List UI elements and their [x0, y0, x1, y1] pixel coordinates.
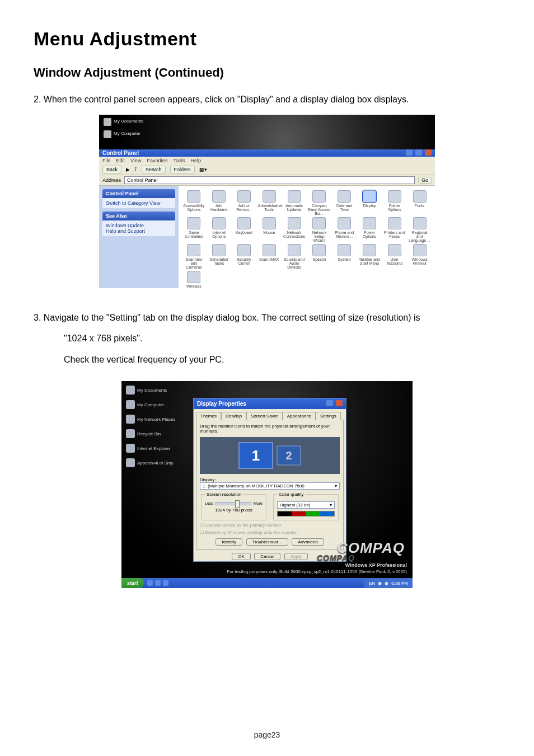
cpl-item[interactable]: Game Controllers	[182, 217, 205, 243]
monitor-2[interactable]: 2	[277, 445, 301, 466]
cpl-item[interactable]: Fonts	[409, 190, 431, 216]
menu-tools[interactable]: Tools	[173, 158, 185, 163]
cancel-button[interactable]: Cancel	[254, 553, 280, 560]
tab-themes[interactable]: Themes	[196, 412, 221, 420]
cpl-item[interactable]: Wireless Link	[182, 271, 205, 288]
up-button[interactable]: ⤴	[134, 167, 137, 172]
cpl-item[interactable]: Windows Firewall	[409, 244, 431, 270]
cpl-item[interactable]: Compaq Easy Access But...	[308, 190, 330, 216]
ok-button[interactable]: OK	[232, 553, 251, 560]
menu-help[interactable]: Help	[190, 158, 201, 163]
cpl-item[interactable]: Internet Options	[208, 217, 230, 243]
forward-button[interactable]: ▶	[126, 167, 130, 172]
cpl-item-icon	[338, 244, 351, 256]
troubleshoot-button[interactable]: Troubleshoot...	[246, 538, 288, 546]
desktop-icon-my-computer[interactable]: My Computer	[104, 130, 143, 138]
start-button[interactable]: start	[121, 578, 144, 588]
cpl-item[interactable]: Display	[358, 190, 381, 216]
cpl-item[interactable]: Administrative Tools	[258, 190, 280, 216]
quicklaunch-icon[interactable]	[147, 580, 153, 586]
cpl-item[interactable]: Printers and Faxes	[383, 217, 406, 243]
menu-file[interactable]: File	[102, 158, 111, 163]
monitor-1[interactable]: 1	[238, 442, 273, 469]
tray-icon[interactable]: ◉	[385, 581, 388, 586]
display-dropdown[interactable]: 1. (Multiple Monitors) on MOBILITY RADEO…	[200, 482, 340, 490]
cpl-item-icon	[263, 244, 276, 256]
cpl-item[interactable]: Add or Remov...	[233, 190, 255, 216]
cpl-item[interactable]: Scheduled Tasks	[208, 244, 230, 270]
go-button[interactable]: Go	[418, 177, 432, 184]
search-button[interactable]: Search	[142, 166, 166, 173]
tray-lang[interactable]: EN	[369, 581, 375, 586]
desktop-icon[interactable]: Recycle Bin	[126, 429, 175, 438]
sidebar-switch-view[interactable]: Switch to Category View	[102, 198, 175, 208]
cpl-item[interactable]: SoundMAX	[258, 244, 280, 270]
cpl-item[interactable]: Add Hardware	[208, 190, 230, 216]
advanced-button[interactable]: Advanced	[292, 538, 324, 546]
cpl-item-label: Printers and Faxes	[383, 231, 406, 239]
cpl-item-label: Add or Remov...	[233, 204, 255, 212]
desktop-icon-my-documents[interactable]: My Documents	[104, 118, 143, 126]
cpl-item[interactable]: System	[333, 244, 355, 270]
tab-appearance[interactable]: Appearance	[283, 412, 316, 420]
desktop-icon[interactable]: Appcrow4i of Ship	[126, 458, 175, 467]
quicklaunch-icon[interactable]	[163, 580, 168, 586]
color-quality-value: Highest (32 bit)	[280, 503, 310, 508]
cpl-item[interactable]: Power Options	[358, 217, 381, 243]
cpl-item[interactable]: Keyboard	[233, 217, 255, 243]
cpl-item[interactable]: Sounds and Audio Devices	[283, 244, 306, 270]
close-button[interactable]	[336, 400, 343, 406]
page-title: Menu Adjustment	[34, 28, 500, 50]
close-button[interactable]	[425, 149, 432, 156]
desktop-icon[interactable]: Internet Explorer	[126, 444, 175, 453]
cpl-item[interactable]: Speech	[308, 244, 330, 270]
menu-favorites[interactable]: Favorites	[147, 158, 167, 163]
color-quality-dropdown[interactable]: Highest (32 bit) ▾	[277, 501, 335, 509]
cpl-item-icon	[212, 217, 226, 229]
apply-button[interactable]: Apply	[284, 553, 308, 560]
desktop-item-icon	[126, 386, 135, 395]
address-field[interactable]: Control Panel	[124, 176, 415, 184]
cpl-item[interactable]: Accessibility Options	[182, 190, 205, 216]
cpl-item[interactable]: Mouse	[258, 217, 280, 243]
cpl-item[interactable]: Scanners and Cameras	[182, 244, 205, 270]
cpl-item[interactable]: Regional and Language ...	[409, 217, 431, 243]
identify-button[interactable]: Identify	[216, 538, 242, 546]
folders-button[interactable]: Folders	[170, 166, 195, 173]
resolution-slider[interactable]	[216, 502, 251, 505]
sidebar-link-windows-update[interactable]: Windows Update	[106, 223, 172, 228]
back-button[interactable]: Back	[102, 166, 121, 173]
desktop-icon[interactable]: My Documents	[126, 386, 175, 395]
cpl-item[interactable]: Security Center	[233, 244, 255, 270]
tab-desktop[interactable]: Desktop	[221, 412, 246, 420]
quicklaunch-icon[interactable]	[155, 580, 161, 586]
cpl-item[interactable]: Folder Options	[383, 190, 406, 216]
tab-settings[interactable]: Settings	[316, 412, 341, 420]
cpl-item[interactable]: Automatic Updates	[283, 190, 306, 216]
screenshot-control-panel: My Documents My Computer Control Panel F…	[99, 115, 435, 288]
cpl-item-label: System	[333, 257, 355, 261]
cpl-item-icon	[413, 190, 427, 203]
tab-screensaver[interactable]: Screen Saver	[246, 412, 282, 420]
menu-view[interactable]: View	[130, 158, 141, 163]
cpl-item[interactable]: Network Setup Wizard	[308, 217, 330, 243]
views-button[interactable]: ▦▾	[199, 167, 207, 172]
cpl-item[interactable]: Date and Time	[333, 190, 355, 216]
menu-edit[interactable]: Edit	[116, 158, 125, 163]
cpl-item-icon	[212, 190, 226, 203]
cpl-item-label: Game Controllers	[182, 231, 205, 239]
cpl-item-label: User Accounts	[383, 257, 406, 266]
cpl-item[interactable]: User Accounts	[383, 244, 406, 270]
tray-clock[interactable]: 6:36 PM	[391, 581, 408, 586]
maximize-button[interactable]	[415, 149, 422, 156]
cpl-item[interactable]: Phone and Modem ...	[333, 217, 355, 243]
desktop-item-icon	[126, 429, 135, 438]
desktop-icon[interactable]: My Computer	[126, 400, 175, 409]
desktop-icon[interactable]: My Network Places	[126, 415, 175, 424]
cpl-item[interactable]: Taskbar and Start Menu	[358, 244, 381, 270]
tray-icon[interactable]: ◉	[378, 581, 382, 586]
cpl-item[interactable]: Network Connections	[283, 217, 306, 243]
minimize-button[interactable]	[406, 149, 413, 156]
sidebar-link-help-support[interactable]: Help and Support	[106, 228, 172, 234]
help-button[interactable]	[326, 400, 333, 406]
